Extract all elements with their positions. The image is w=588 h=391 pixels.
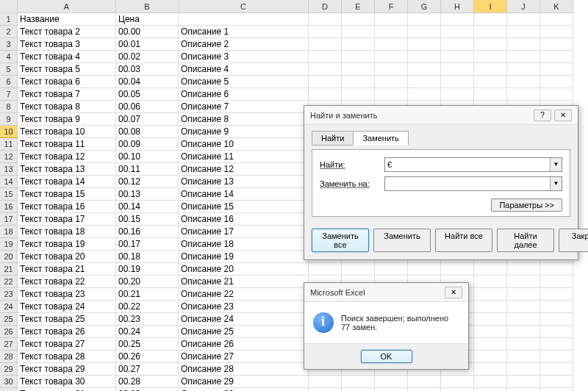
cell[interactable] <box>507 263 540 276</box>
cell[interactable] <box>309 63 342 76</box>
row-header[interactable]: 30 <box>0 376 18 388</box>
cell[interactable]: Текст товара 19 <box>18 238 116 251</box>
cell[interactable] <box>408 263 441 276</box>
cell[interactable] <box>540 376 573 388</box>
cell[interactable]: 00.08 <box>116 126 179 138</box>
cell[interactable]: 00.06 <box>116 101 179 113</box>
cell[interactable]: Описание 26 <box>179 338 309 351</box>
cell[interactable] <box>342 376 375 388</box>
cell[interactable] <box>309 38 342 51</box>
cell[interactable]: 00.24 <box>116 326 179 338</box>
cell[interactable]: 00.18 <box>116 251 179 263</box>
ok-button[interactable]: OK <box>361 350 412 363</box>
cell[interactable] <box>342 263 375 276</box>
cell[interactable] <box>474 38 507 51</box>
cell[interactable] <box>540 338 573 351</box>
cell[interactable]: Текст товара 28 <box>18 351 116 363</box>
cell[interactable]: Описание 2 <box>179 38 309 51</box>
cell[interactable] <box>309 13 342 26</box>
cell[interactable]: Описание 20 <box>179 263 309 276</box>
row-header[interactable]: 9 <box>0 113 18 126</box>
cell[interactable] <box>507 351 540 363</box>
cell[interactable]: Описание 8 <box>179 113 309 126</box>
row-header[interactable]: 16 <box>0 201 18 213</box>
row-header[interactable]: 20 <box>0 251 18 263</box>
col-header-F[interactable]: F <box>375 0 408 13</box>
tab-find[interactable]: Найти <box>312 131 354 146</box>
cell[interactable] <box>540 63 573 76</box>
cell[interactable]: 00.16 <box>116 226 179 238</box>
dialog-titlebar[interactable]: Найти и заменить ? ✕ <box>304 106 578 125</box>
cell[interactable]: Текст товара 8 <box>18 101 116 113</box>
cell[interactable] <box>540 326 573 338</box>
row-header[interactable]: 8 <box>0 101 18 113</box>
cell[interactable] <box>375 13 408 26</box>
cell[interactable] <box>474 13 507 26</box>
col-header-K[interactable]: K <box>540 0 573 13</box>
col-header-B[interactable]: B <box>116 0 179 13</box>
cell[interactable] <box>342 88 375 101</box>
cell[interactable] <box>474 388 507 391</box>
cell[interactable]: Текст товара 13 <box>18 163 116 176</box>
cell[interactable] <box>342 13 375 26</box>
cell[interactable] <box>309 76 342 88</box>
row-header[interactable]: 31 <box>0 388 18 391</box>
row-header[interactable]: 6 <box>0 76 18 88</box>
cell[interactable]: 00.22 <box>116 301 179 313</box>
row-header[interactable]: 25 <box>0 313 18 326</box>
col-header-A[interactable]: A <box>18 0 116 13</box>
cell[interactable]: 00.12 <box>116 176 179 188</box>
cell[interactable]: Описание 13 <box>179 176 309 188</box>
row-header[interactable]: 26 <box>0 326 18 338</box>
cell[interactable] <box>540 51 573 63</box>
cell[interactable]: Описание 23 <box>179 301 309 313</box>
cell[interactable] <box>507 313 540 326</box>
cell[interactable]: Описание 24 <box>179 313 309 326</box>
cell[interactable]: Текст товара 3 <box>18 38 116 51</box>
cell[interactable] <box>408 76 441 88</box>
cell[interactable] <box>540 38 573 51</box>
cell[interactable] <box>342 26 375 38</box>
cell[interactable] <box>375 63 408 76</box>
cell[interactable] <box>474 363 507 376</box>
replace-all-button[interactable]: Заменить все <box>312 229 369 252</box>
cell[interactable]: 00.19 <box>116 263 179 276</box>
row-header[interactable]: 23 <box>0 288 18 301</box>
cell[interactable]: Текст товара 17 <box>18 213 116 226</box>
cell[interactable] <box>474 26 507 38</box>
cell[interactable] <box>540 313 573 326</box>
cell[interactable] <box>309 26 342 38</box>
cell[interactable] <box>507 26 540 38</box>
cell[interactable] <box>507 301 540 313</box>
cell[interactable]: Описание 3 <box>179 51 309 63</box>
cell[interactable] <box>507 88 540 101</box>
cell[interactable]: 00.17 <box>116 238 179 251</box>
row-header[interactable]: 14 <box>0 176 18 188</box>
cell[interactable]: Текст товара 9 <box>18 113 116 126</box>
row-header[interactable]: 19 <box>0 238 18 251</box>
cell[interactable] <box>474 51 507 63</box>
cell[interactable]: Описание 6 <box>179 88 309 101</box>
row-header[interactable]: 13 <box>0 163 18 176</box>
cell[interactable] <box>540 301 573 313</box>
cell[interactable] <box>540 388 573 391</box>
cell[interactable]: Описание 18 <box>179 238 309 251</box>
cell[interactable]: 00.00 <box>116 26 179 38</box>
cell[interactable] <box>474 288 507 301</box>
cell[interactable]: Описание 4 <box>179 63 309 76</box>
cell[interactable] <box>375 76 408 88</box>
cell[interactable]: Текст товара 11 <box>18 138 116 151</box>
cell[interactable] <box>309 88 342 101</box>
cell[interactable]: Текст товара 5 <box>18 63 116 76</box>
cell[interactable]: Текст товара 14 <box>18 176 116 188</box>
cell[interactable] <box>408 88 441 101</box>
cell[interactable]: 00.15 <box>116 213 179 226</box>
cell[interactable] <box>540 288 573 301</box>
cell[interactable]: Описание 16 <box>179 213 309 226</box>
select-all-corner[interactable] <box>0 0 18 13</box>
row-header[interactable]: 3 <box>0 38 18 51</box>
cell[interactable]: Текст товара 22 <box>18 276 116 288</box>
cell[interactable] <box>540 263 573 276</box>
cell[interactable] <box>507 76 540 88</box>
col-header-G[interactable]: G <box>408 0 441 13</box>
